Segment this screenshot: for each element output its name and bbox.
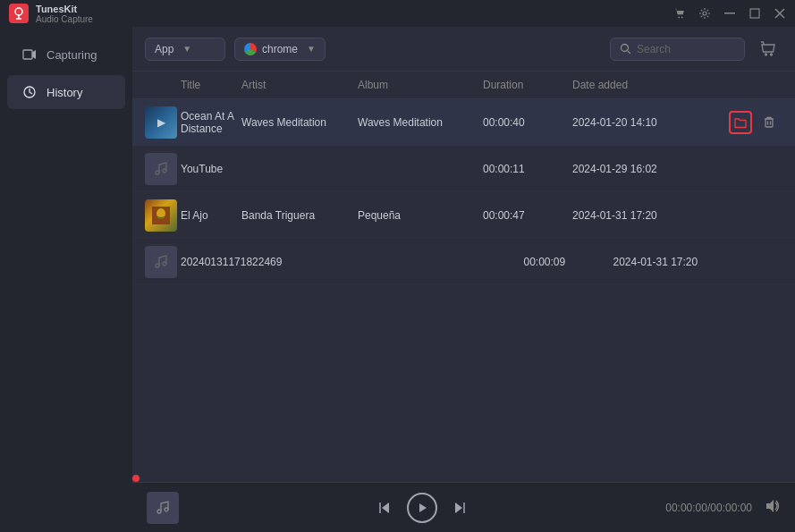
- svg-line-14: [628, 51, 630, 54]
- svg-point-0: [15, 8, 22, 15]
- minimize-button[interactable]: [723, 7, 736, 20]
- title-bar: TunesKit Audio Capture: [0, 0, 795, 27]
- header-title: Title: [181, 79, 241, 91]
- music-icon: [153, 254, 169, 270]
- app-dropdown-arrow: ▼: [182, 44, 191, 54]
- sidebar-item-capturing[interactable]: Capturing: [7, 38, 125, 72]
- music-thumb: [145, 246, 177, 278]
- history-icon: [21, 84, 38, 100]
- svg-point-16: [771, 54, 773, 55]
- row-artist: Banda Triguera: [241, 209, 358, 222]
- close-button[interactable]: [774, 7, 786, 20]
- row-thumb: [145, 246, 181, 278]
- svg-point-13: [622, 45, 629, 52]
- search-icon: [620, 43, 631, 55]
- row-date: 2024-01-31 17:20: [572, 209, 729, 222]
- row-title: 20240131171822469: [181, 256, 282, 268]
- table-row[interactable]: 20240131171822469 00:00:09 2024-01-31 17…: [132, 239, 795, 285]
- row-duration: 00:00:40: [483, 116, 572, 129]
- app-logo: [9, 4, 29, 23]
- row-album: Pequeña: [358, 209, 483, 222]
- player-music-icon: [155, 500, 171, 516]
- app-dropdown-label: App: [155, 43, 173, 55]
- svg-rect-10: [23, 50, 32, 59]
- row-date: 2024-01-20 14:10: [572, 116, 729, 129]
- next-button[interactable]: [452, 500, 468, 516]
- row-date: 2024-01-31 17:20: [613, 256, 769, 268]
- table-header: Title Artist Album Duration Date added: [132, 72, 795, 99]
- music-icon: [153, 161, 169, 177]
- chrome-icon: [244, 43, 257, 55]
- row-duration: 00:00:11: [483, 163, 572, 175]
- capturing-label: Capturing: [47, 48, 97, 62]
- table-row[interactable]: Ocean At A Distance Waves Meditation Wav…: [132, 99, 795, 146]
- history-label: History: [47, 86, 82, 99]
- row-title: Ocean At A Distance: [181, 110, 241, 135]
- svg-point-4: [681, 17, 683, 19]
- prev-button[interactable]: [376, 500, 393, 516]
- search-box[interactable]: [610, 38, 745, 61]
- main-layout: Capturing History App ▼ chrome ▼: [0, 27, 795, 532]
- svg-marker-29: [382, 502, 389, 513]
- progress-indicator: [132, 475, 140, 482]
- volume-button[interactable]: [765, 498, 781, 518]
- search-input[interactable]: [637, 43, 735, 55]
- header-artist: Artist: [241, 79, 358, 91]
- svg-point-3: [678, 17, 680, 19]
- browser-dropdown[interactable]: chrome ▼: [234, 38, 326, 61]
- row-date: 2024-01-29 16:02: [572, 163, 729, 175]
- header-duration: Duration: [483, 79, 572, 91]
- browser-dropdown-arrow: ▼: [307, 44, 316, 54]
- row-artist: Waves Meditation: [241, 116, 358, 129]
- svg-point-15: [765, 54, 767, 55]
- svg-point-5: [703, 12, 706, 15]
- svg-marker-34: [766, 500, 774, 512]
- content-area: App ▼ chrome ▼: [132, 27, 795, 532]
- svg-rect-7: [750, 9, 759, 18]
- table-row[interactable]: El Ajo Banda Triguera Pequeña 00:00:47 2…: [132, 192, 795, 239]
- title-bar-left: TunesKit Audio Capture: [9, 4, 93, 24]
- header-album: Album: [358, 79, 483, 91]
- svg-rect-17: [765, 119, 773, 127]
- player-controls: [191, 493, 653, 523]
- open-folder-button[interactable]: [729, 111, 752, 134]
- svg-marker-32: [455, 502, 462, 513]
- elajo-art: [152, 207, 170, 224]
- browser-dropdown-label: chrome: [262, 43, 298, 55]
- player-time: 00:00:00/00:00:00: [665, 502, 752, 514]
- row-thumb: [145, 106, 181, 139]
- delete-button[interactable]: [757, 111, 781, 134]
- svg-rect-6: [724, 13, 735, 14]
- row-title: YouTube: [181, 163, 241, 175]
- app-name: TunesKit Audio Capture: [36, 4, 93, 24]
- sidebar-item-history[interactable]: History: [7, 75, 125, 109]
- row-actions: [729, 111, 782, 134]
- elajo-thumb: [145, 199, 177, 232]
- row-title: El Ajo: [181, 209, 241, 222]
- table-row[interactable]: YouTube 00:00:11 2024-01-29 16:02: [132, 146, 795, 192]
- app-dropdown[interactable]: App ▼: [145, 38, 225, 61]
- play-button[interactable]: [407, 493, 437, 523]
- row-duration: 00:00:47: [483, 209, 572, 222]
- row-duration: 00:00:09: [523, 256, 613, 268]
- row-thumb: [145, 153, 181, 185]
- title-bar-controls: [673, 7, 786, 20]
- settings-icon[interactable]: [698, 7, 711, 20]
- maximize-button[interactable]: [748, 7, 761, 20]
- capturing-icon: [21, 46, 38, 63]
- header-date-added: Date added: [572, 79, 729, 91]
- sidebar: Capturing History: [0, 27, 132, 532]
- player-bar: 00:00:00/00:00:00: [132, 482, 795, 532]
- prev-icon: [376, 500, 393, 516]
- player-thumb: [147, 492, 179, 524]
- volume-icon: [765, 498, 781, 514]
- shop-button[interactable]: [754, 35, 782, 63]
- cart-icon[interactable]: [673, 7, 686, 20]
- row-album: Waves Meditation: [358, 116, 483, 129]
- table-body: Ocean At A Distance Waves Meditation Wav…: [132, 99, 795, 482]
- toolbar: App ▼ chrome ▼: [132, 27, 795, 72]
- ocean-thumb: [145, 106, 177, 139]
- music-thumb: [145, 153, 177, 185]
- next-icon: [452, 500, 468, 516]
- play-icon: [416, 502, 428, 514]
